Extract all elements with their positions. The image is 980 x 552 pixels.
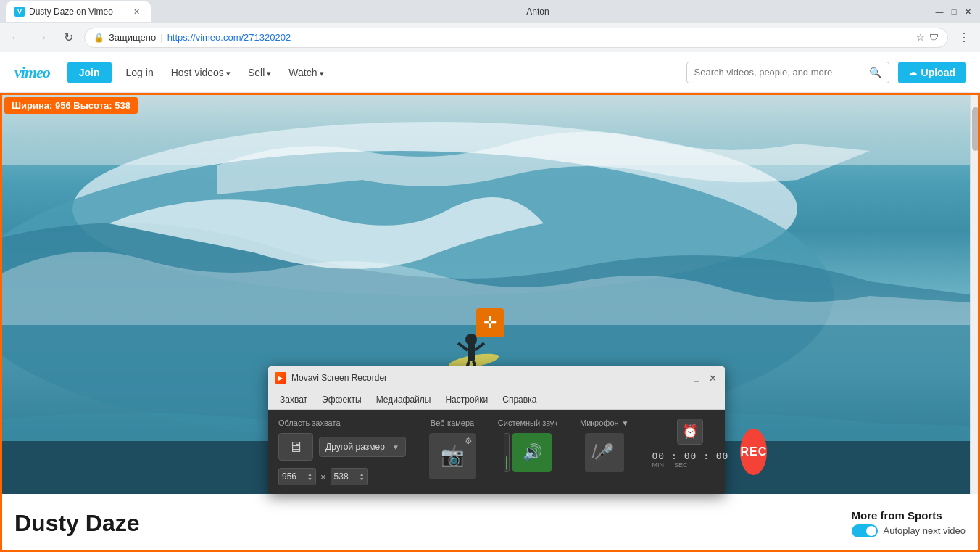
mic-toggle-btn[interactable]: 🎤 /	[585, 433, 624, 472]
nav-watch-link[interactable]: Watch	[286, 64, 326, 81]
movavi-close-btn[interactable]: ✕	[706, 371, 719, 384]
more-from-section: More from Sports Autoplay next video	[852, 509, 966, 537]
address-url: https://vimeo.com/271320202	[167, 32, 291, 43]
upload-button[interactable]: ☁ Upload	[898, 62, 966, 83]
mic-header: Микрофон ▼	[580, 419, 629, 427]
timer-labels: MIN SEC	[652, 461, 729, 469]
width-input[interactable]: 956 ▲ ▼	[278, 468, 316, 485]
size-dropdown-label: Другой размер	[325, 442, 385, 452]
movavi-logo	[274, 371, 287, 384]
dimension-row: 956 ▲ ▼ × 538 ▲ ▼	[278, 468, 406, 485]
sound-btn-container: 🔊	[504, 433, 552, 472]
scrollbar[interactable]	[970, 93, 980, 552]
movavi-title: Movavi Screen Recorder	[291, 373, 387, 383]
join-button[interactable]: Join	[67, 62, 112, 83]
tab-favicon: V	[14, 7, 25, 17]
microphone-slash-icon: 🎤 /	[594, 443, 614, 462]
size-tooltip: Ширина: 956 Высота: 538	[4, 97, 138, 114]
nav-sell-link[interactable]: Sell	[245, 64, 274, 81]
width-value: 956	[282, 471, 296, 482]
nav-host-link[interactable]: Host videos	[168, 64, 233, 81]
address-separator: |	[160, 32, 162, 43]
sound-bar	[506, 456, 507, 470]
reload-btn[interactable]: ↻	[58, 28, 78, 48]
timer-section: ⏰ 00 : 00 : 00 MIN SEC	[652, 419, 729, 469]
shield-icon[interactable]: 🛡	[929, 32, 939, 43]
nav-login-link[interactable]: Log in	[123, 64, 157, 81]
movavi-titlebar: Movavi Screen Recorder — □ ✕	[268, 366, 725, 390]
upload-label: Upload	[921, 67, 955, 78]
upload-icon: ☁	[908, 67, 917, 78]
screen-capture-icon-btn[interactable]: 🖥	[278, 433, 313, 461]
capture-area-label: Область захвата	[278, 419, 406, 427]
gear-icon: ⚙	[465, 436, 473, 446]
menu-capture[interactable]: Захват	[274, 392, 313, 407]
movavi-minimize-btn[interactable]: —	[674, 371, 687, 384]
system-sound-label: Системный звук	[498, 419, 557, 427]
lock-icon: 🔒	[94, 33, 104, 43]
capture-row: 🖥 Другой размер ▼	[278, 433, 406, 461]
address-right-icons: ☆ 🛡	[916, 32, 939, 43]
tab-title: Dusty Daze on Vimeo	[29, 7, 113, 17]
system-sound-section: Системный звук 🔊	[499, 419, 557, 472]
webcam-button[interactable]: 📷 / ⚙	[429, 433, 476, 479]
more-from-title: More from Sports	[852, 509, 966, 522]
timer-sec-label: SEC	[674, 461, 688, 469]
search-icon[interactable]: 🔍	[869, 67, 881, 78]
search-box[interactable]: 🔍	[686, 62, 889, 83]
vimeo-navbar: vimeo Join Log in Host videos Sell Watch…	[0, 52, 980, 93]
timer-alarm-btn[interactable]: ⏰	[677, 419, 703, 445]
movavi-menubar: Захват Эффекты Медиафайлы Настройки Спра…	[268, 390, 725, 410]
video-title: Dusty Daze	[14, 510, 140, 537]
browser-menu-btn[interactable]: ⋮	[954, 28, 974, 48]
dimension-separator: ×	[320, 471, 326, 482]
maximize-btn[interactable]: □	[948, 6, 960, 17]
capture-area-section: Область захвата 🖥 Другой размер ▼ 956	[278, 419, 406, 485]
star-icon[interactable]: ☆	[916, 32, 925, 43]
webcam-label: Веб-камера	[431, 419, 474, 427]
autoplay-label: Autoplay next video	[884, 525, 966, 536]
autoplay-toggle[interactable]	[852, 524, 878, 537]
close-btn[interactable]: ✕	[963, 6, 974, 17]
movavi-logo-icon	[275, 372, 286, 384]
height-value: 538	[334, 471, 349, 482]
timer-display: 00 : 00 : 00	[652, 450, 729, 461]
back-btn[interactable]: ←	[6, 28, 26, 48]
video-bottom-bar: Dusty Daze More from Sports Autoplay nex…	[0, 494, 980, 552]
size-dropdown[interactable]: Другой размер ▼	[319, 437, 406, 457]
scrollbar-thumb[interactable]	[972, 107, 979, 151]
menu-settings[interactable]: Настройки	[439, 392, 494, 407]
speaker-icon: 🔊	[523, 443, 542, 462]
tab-close-btn[interactable]: ✕	[130, 6, 142, 17]
minimize-btn[interactable]: —	[934, 6, 945, 17]
vimeo-logo: vimeo	[14, 63, 50, 82]
user-name-label: Anton	[526, 7, 549, 17]
browser-tab[interactable]: V Dusty Daze on Vimeo ✕	[6, 1, 151, 22]
menu-help[interactable]: Справка	[497, 392, 542, 407]
svg-rect-6	[468, 343, 475, 361]
main-content: Ширина: 956 Высота: 538 ✛ Dusty Daze Mor…	[0, 93, 980, 552]
menu-media[interactable]: Медиафайлы	[370, 392, 437, 407]
forward-btn[interactable]: →	[32, 28, 52, 48]
movavi-body: Область захвата 🖥 Другой размер ▼ 956	[268, 410, 725, 494]
nav-search-area: 🔍 ☁ Upload	[339, 62, 966, 83]
menu-effects[interactable]: Эффекты	[316, 392, 368, 407]
sound-toggle-btn[interactable]: 🔊	[512, 433, 552, 472]
mic-dropdown-arrow[interactable]: ▼	[622, 419, 629, 427]
video-container: Ширина: 956 Высота: 538 ✛ Dusty Daze Mor…	[0, 93, 980, 552]
height-arrows[interactable]: ▲ ▼	[360, 471, 365, 482]
browser-titlebar: V Dusty Daze on Vimeo ✕ Anton — □ ✕	[0, 0, 980, 23]
movavi-win-controls: — □ ✕	[674, 371, 719, 384]
address-box[interactable]: 🔒 Защищено | https://vimeo.com/271320202…	[84, 28, 948, 48]
webcam-section: Веб-камера 📷 / ⚙	[429, 419, 476, 479]
window-controls: — □ ✕	[934, 6, 974, 17]
search-input[interactable]	[694, 67, 865, 78]
move-cursor-icon[interactable]: ✛	[476, 308, 504, 337]
sound-level-indicator	[504, 433, 510, 472]
height-input[interactable]: 538 ▲ ▼	[331, 468, 368, 485]
rec-button[interactable]: REC	[740, 429, 767, 475]
mic-label: Микрофон	[580, 419, 619, 427]
autoplay-row: Autoplay next video	[852, 524, 966, 537]
width-arrows[interactable]: ▲ ▼	[307, 471, 312, 482]
movavi-maximize-btn[interactable]: □	[690, 371, 703, 384]
